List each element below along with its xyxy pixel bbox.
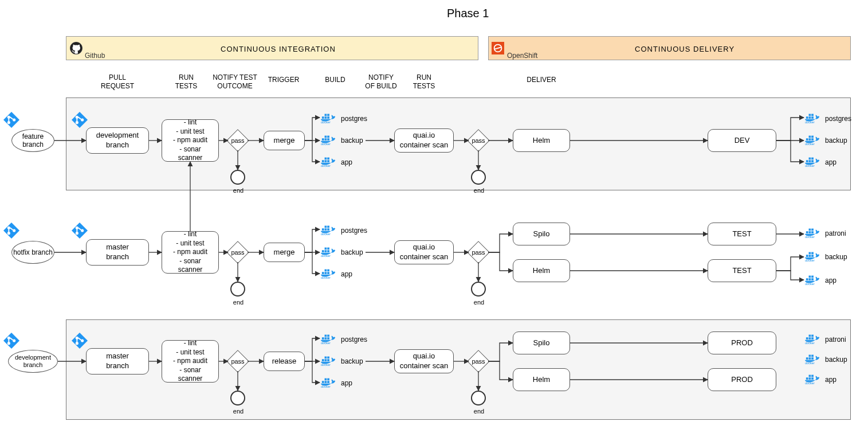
- docker-icon: docker: [321, 112, 337, 127]
- quay-box-3: quai.io container scan: [394, 349, 454, 373]
- docker-icon: docker: [321, 354, 337, 369]
- end-label-3b: end: [468, 408, 490, 415]
- end-circle-2: [230, 282, 245, 297]
- helm-box-2: Helm: [513, 259, 570, 282]
- svg-rect-30: [325, 136, 327, 138]
- docker-icon: docker: [321, 224, 337, 239]
- end-circle-1b: [471, 170, 486, 185]
- svg-point-11: [7, 232, 10, 235]
- cd-header-label: CONTINUOUS DELIVERY: [635, 45, 735, 53]
- svg-point-5: [7, 121, 10, 124]
- svg-rect-57: [322, 228, 324, 231]
- svg-point-7: [81, 118, 84, 121]
- svg-rect-31: [327, 136, 329, 138]
- docker-icon: docker: [321, 267, 337, 282]
- svg-rect-72: [325, 270, 327, 272]
- svg-rect-69: [322, 272, 324, 274]
- svg-text:docker: docker: [321, 363, 331, 366]
- svg-rect-75: [806, 231, 808, 233]
- app-label: app: [341, 379, 352, 387]
- svg-rect-121: [811, 355, 814, 357]
- svg-rect-88: [809, 278, 811, 280]
- pass-gate-1b: pass: [467, 129, 490, 152]
- merge-box-1: merge: [264, 131, 305, 150]
- tests-box-2: - lint - unit test - npm audit - sonar s…: [162, 231, 219, 274]
- svg-rect-119: [811, 357, 814, 360]
- patroni-label: patroni: [825, 336, 846, 344]
- helm-box-3: Helm: [513, 368, 570, 391]
- svg-text:docker: docker: [805, 259, 815, 262]
- merge-box-2: merge: [264, 243, 305, 262]
- svg-text:docker: docker: [321, 120, 331, 124]
- svg-point-13: [81, 229, 84, 232]
- svg-rect-108: [325, 379, 327, 381]
- svg-rect-96: [325, 335, 327, 337]
- svg-rect-126: [809, 375, 811, 377]
- svg-rect-105: [322, 381, 324, 383]
- svg-text:docker: docker: [321, 276, 331, 279]
- svg-rect-97: [327, 335, 329, 337]
- svg-point-18: [76, 337, 78, 340]
- svg-rect-22: [325, 116, 327, 119]
- tests-box-1: - lint - unit test - npm audit - sonar s…: [162, 119, 219, 162]
- end-circle-3: [230, 391, 245, 405]
- svg-text:docker: docker: [805, 361, 815, 365]
- docker-icon: docker: [805, 333, 821, 348]
- git-icon: [3, 333, 19, 349]
- svg-rect-124: [809, 377, 811, 380]
- prod-env-box-1: PROD: [708, 331, 776, 354]
- svg-rect-91: [811, 276, 814, 278]
- svg-point-6: [76, 116, 78, 119]
- end-label-2b: end: [468, 299, 490, 306]
- backup-label: backup: [825, 136, 847, 145]
- svg-rect-67: [327, 248, 329, 250]
- svg-point-14: [76, 232, 78, 235]
- col-build: BUILD: [318, 76, 352, 84]
- page-title: Phase 1: [447, 7, 489, 20]
- git-icon: [72, 333, 88, 349]
- svg-rect-93: [322, 337, 324, 340]
- docker-icon: docker: [805, 155, 821, 170]
- svg-text:docker: docker: [321, 142, 331, 146]
- svg-point-16: [13, 339, 15, 342]
- svg-rect-37: [327, 158, 329, 160]
- pass-gate-3: pass: [226, 350, 249, 373]
- svg-rect-59: [327, 228, 329, 231]
- svg-rect-35: [327, 160, 329, 162]
- backup-label: backup: [825, 356, 847, 364]
- svg-rect-76: [809, 231, 811, 233]
- end-label-3: end: [227, 408, 250, 415]
- svg-rect-42: [809, 114, 811, 116]
- git-icon: [72, 223, 88, 239]
- svg-rect-87: [806, 278, 808, 280]
- svg-rect-39: [806, 116, 808, 119]
- svg-text:docker: docker: [805, 235, 815, 239]
- docker-icon: docker: [805, 274, 821, 288]
- svg-rect-78: [809, 229, 811, 231]
- svg-rect-60: [325, 226, 327, 228]
- svg-rect-63: [322, 250, 324, 252]
- svg-rect-52: [809, 160, 811, 162]
- postgres-label: postgres: [341, 115, 367, 123]
- svg-rect-125: [811, 377, 814, 380]
- svg-rect-71: [327, 272, 329, 274]
- svg-rect-25: [327, 114, 329, 116]
- svg-text:docker: docker: [321, 254, 331, 258]
- hotfix-branch-start: hotfix branch: [11, 241, 54, 264]
- svg-rect-24: [325, 114, 327, 116]
- spilo-box-1: Spilo: [513, 223, 570, 245]
- docker-icon: docker: [805, 373, 821, 388]
- svg-rect-54: [809, 158, 811, 160]
- backup-label: backup: [341, 357, 363, 365]
- col-pull-request: PULL REQUEST: [95, 73, 140, 91]
- svg-rect-36: [325, 158, 327, 160]
- svg-rect-85: [811, 252, 814, 255]
- end-circle-3b: [471, 391, 486, 405]
- svg-text:docker: docker: [805, 381, 815, 385]
- svg-rect-113: [811, 337, 814, 340]
- svg-point-8: [76, 121, 78, 124]
- svg-rect-28: [325, 138, 327, 141]
- app-label: app: [825, 158, 836, 166]
- feature-branch-start: feature branch: [11, 129, 54, 152]
- svg-point-10: [13, 229, 15, 232]
